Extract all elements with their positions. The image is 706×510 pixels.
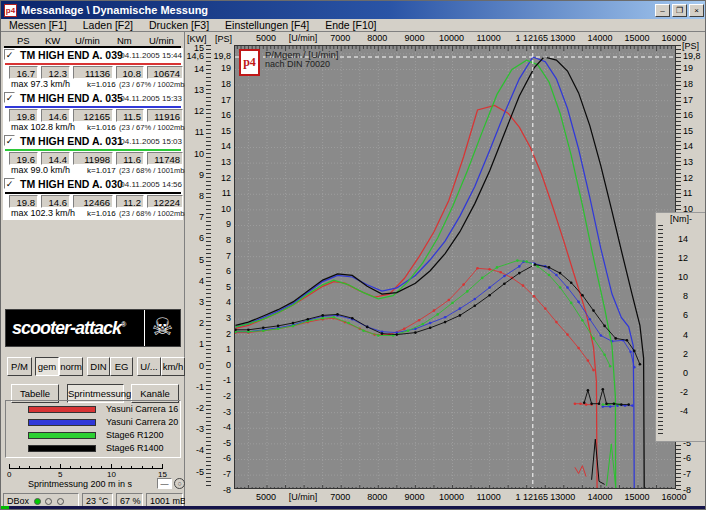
torque-curve-yasuni-carrera-16-marker	[403, 328, 406, 331]
run-name: TM HIGH END A. 030	[20, 178, 123, 190]
rpm-label-bottom: [U/min]	[289, 492, 318, 502]
menu-messen[interactable]: Messen [F1]	[9, 19, 67, 31]
rpm-label-bottom: 13000	[550, 492, 575, 502]
ps-tick-label-left: 11	[211, 188, 231, 198]
run-environment: (23 / 67% / 1002mbar)	[119, 80, 194, 89]
run-checkbox[interactable]: ✓	[4, 135, 15, 146]
run-checkbox[interactable]: ✓	[4, 92, 15, 103]
sprint-slider[interactable]: 0 5 10 15 Sprintmessung 200 m in s — ○	[5, 462, 181, 490]
torque-curve-yasuni-carrera-20-marker	[518, 265, 521, 268]
ps-tick-label-left: 3	[211, 313, 231, 323]
run-k-factor: k=1.016	[87, 209, 116, 218]
ps-tick-label-left: 19	[211, 63, 231, 73]
slider-tick-5: 5	[58, 470, 62, 479]
run-row-031[interactable]: ✓ TM HIGH END A. 031 04.11.2005 15:03 19…	[3, 134, 183, 177]
legend-item: Stage6 R1400	[6, 443, 182, 455]
drag-tail-yasuni-carrera-16	[575, 404, 592, 405]
button-kmh[interactable]: km/h	[161, 357, 185, 376]
ps-tick-label-left: 6	[211, 266, 231, 276]
skull-icon: ☠	[144, 310, 180, 346]
run-ps-value: 19.6	[9, 152, 38, 165]
ps-tick-label-left: -4	[211, 422, 231, 432]
torque-curve-stage6-r1400-marker	[307, 318, 310, 321]
run-row-039[interactable]: ✓ TM HIGH END A. 039 04.11.2005 15:44 16…	[3, 48, 183, 91]
app-icon: p4	[4, 4, 17, 17]
menu-laden[interactable]: Laden [F2]	[83, 19, 133, 31]
kw-tick-label: 11	[185, 127, 204, 137]
torque-curve-stage6-r1200-marker	[603, 353, 606, 356]
rpm-label-top: 15000	[624, 33, 649, 43]
torque-curve-stage6-r1200-marker	[407, 329, 410, 332]
button-norm[interactable]: norm	[59, 357, 83, 376]
ps-tick-label-left: 10	[211, 204, 231, 214]
run-nm-value: 11.2	[116, 195, 144, 208]
restore-button[interactable]: ❐	[672, 4, 687, 17]
nm-tick-label: 12	[666, 253, 688, 263]
title-bar[interactable]: p4 Messanlage \ Dynamische Messung – ❐ ×	[1, 1, 706, 19]
slider-track[interactable]	[9, 468, 163, 469]
timer-icon[interactable]: ○	[174, 478, 185, 489]
rpm-label-top: 10000	[439, 33, 464, 43]
run-row-030[interactable]: ✓ TM HIGH END A. 030 04.11.2005 14:56 19…	[3, 177, 183, 220]
button-gem[interactable]: gem	[35, 357, 59, 376]
torque-curve-yasuni-carrera-16-marker	[462, 283, 465, 286]
torque-curve-yasuni-carrera-20-marker	[629, 351, 632, 354]
nm-axis-header: [Nm]-	[670, 214, 692, 224]
kw-tick-label: 1	[185, 339, 204, 349]
ps-tick-label-left: 15	[211, 126, 231, 136]
drag-tail-yasuni-carrera-20-marker	[609, 405, 612, 408]
menu-drucken[interactable]: Drucken [F3]	[149, 19, 209, 31]
torque-curve-yasuni-carrera-16-marker	[522, 284, 525, 287]
nm-tick-label: 10	[666, 272, 688, 282]
bottom-green-marker	[1, 506, 9, 510]
torque-curve-stage6-r1400-marker	[247, 329, 250, 332]
rpm-label-bottom: 1 12165	[516, 492, 549, 502]
drag-spike-stage6-r1200	[607, 444, 616, 488]
logo-text: scooter-attack®	[6, 318, 125, 339]
torque-curve-stage6-r1400-marker	[444, 321, 447, 324]
run-checkbox[interactable]: ✓	[4, 49, 15, 60]
ps-tick-label-right: 18	[683, 79, 693, 89]
kw-tick-label: -3	[185, 424, 204, 434]
run-row-035[interactable]: ✓ TM HIGH END A. 035 04.11.2005 15:33 19…	[3, 91, 183, 134]
rpm-label-top: 7000	[330, 33, 350, 43]
window-title: Messanlage \ Dynamische Messung	[21, 4, 208, 16]
legend-swatch-blue	[28, 419, 96, 426]
button-eg[interactable]: EG	[110, 357, 133, 376]
torque-curve-yasuni-carrera-20-marker	[444, 316, 447, 319]
button-pm[interactable]: P/M	[7, 357, 32, 376]
scooter-attack-logo: scooter-attack® ☠	[5, 309, 181, 347]
nm-tick-label: 14	[666, 234, 688, 244]
ps-tick-label-left: -1	[211, 375, 231, 385]
drag-tail-yasuni-carrera-16-marker	[579, 402, 582, 405]
drag-tail-stage6-r1200-marker	[602, 403, 605, 406]
button-din[interactable]: DIN	[87, 357, 110, 376]
torque-curve-stage6-r1200-marker	[377, 334, 380, 337]
run-rpm-power: 12165	[73, 109, 113, 122]
slider-handle-button[interactable]: —	[157, 478, 172, 489]
menu-einstellungen[interactable]: Einstellungen [F4]	[225, 19, 309, 31]
torque-curve-stage6-r1200-marker	[466, 290, 469, 293]
drag-spike-stage6-r1400	[592, 439, 605, 484]
run-k-factor: k=1.016	[87, 123, 116, 132]
run-checkbox[interactable]: ✓	[4, 178, 15, 189]
torque-curve-stage6-r1200-marker	[262, 329, 265, 332]
led-off-icon	[57, 498, 64, 505]
rpm-label-top: 11000	[476, 33, 500, 43]
minimize-button[interactable]: –	[655, 4, 670, 17]
torque-curve-stage6-r1200-marker	[548, 274, 551, 277]
button-urpm[interactable]: U/...	[137, 357, 161, 376]
drag-tail-stage6-r1400-marker	[613, 402, 616, 405]
torque-curve-yasuni-carrera-20-marker	[488, 286, 491, 289]
torque-curve-yasuni-carrera-16-marker	[587, 359, 590, 362]
torque-curve-yasuni-carrera-20-marker	[503, 275, 506, 278]
close-button[interactable]: ×	[689, 4, 704, 17]
menu-ende[interactable]: Ende [F10]	[325, 19, 376, 31]
torque-curve-yasuni-carrera-20-marker	[577, 301, 580, 304]
torque-curve-stage6-r1400-marker	[503, 282, 506, 285]
dyno-plot[interactable]: p4 P/Mgem / [U/min] nach DIN 70020	[234, 45, 676, 489]
torque-curve-stage6-r1200-marker	[277, 328, 280, 331]
torque-curve-stage6-r1400-marker	[614, 337, 617, 340]
run-rpm-power: 11136	[73, 66, 113, 79]
kw-tick-label: 8	[185, 191, 204, 201]
